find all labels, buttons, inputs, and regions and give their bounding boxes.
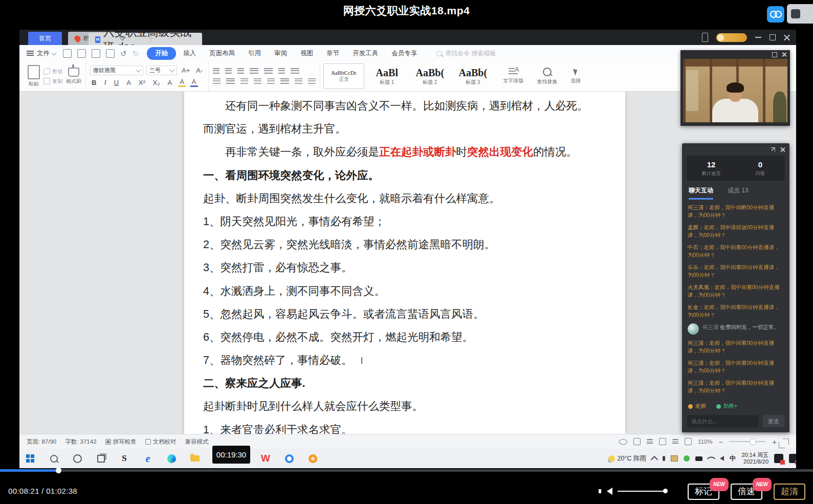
decrease-font-button[interactable]: A- (194, 67, 204, 74)
taskbar-edge-icon[interactable] (166, 453, 177, 464)
outdent-icon[interactable] (237, 68, 244, 74)
command-search[interactable]: 查找命令 搜索模板 (436, 49, 496, 58)
copy-button[interactable]: 复制 (43, 78, 62, 85)
style-card-2[interactable]: AaBb(标题 2 (409, 63, 450, 89)
align-left-icon[interactable] (213, 78, 221, 84)
volume-slider[interactable] (618, 491, 665, 492)
chat-input[interactable]: 说点什么… (687, 415, 759, 427)
direction-icon[interactable] (278, 68, 285, 74)
menu-tab-4[interactable]: 审阅 (268, 48, 293, 59)
eye-protect-icon[interactable] (619, 439, 627, 445)
bullets-icon[interactable] (213, 68, 219, 74)
chat-tab-1[interactable]: 成员 13 (728, 186, 749, 200)
zoom-level-value[interactable]: 110% (698, 439, 713, 445)
taskbar-cortana-icon[interactable] (72, 453, 83, 464)
menu-tab-1[interactable]: 插入 (177, 48, 202, 59)
edit-mode-icon[interactable] (685, 438, 692, 445)
weather-widget[interactable]: 20°C 阵雨 (608, 454, 646, 463)
player-button-0[interactable]: 标记NEW (688, 484, 719, 500)
screenshot-tool-icon[interactable] (671, 455, 678, 462)
zoom-slider-knob[interactable] (750, 439, 756, 445)
zoom-out-button[interactable]: − (718, 437, 723, 446)
chat-message-list[interactable]: 何三清：老师，我中间断00分钟直播课，为00分钟？孟辉：老师，我申请回放00分钟… (682, 200, 789, 400)
minimize-button[interactable] (755, 37, 761, 38)
increase-font-button[interactable]: A+ (180, 67, 191, 74)
document-page[interactable]: 还有同一种象测不同事吉凶含义不一样。比如测疾病，遇到棺材，人必死。而测官运，遇到… (184, 92, 625, 434)
seek-bar[interactable] (0, 469, 813, 472)
export-icon[interactable] (106, 49, 115, 58)
cut-button[interactable]: 剪切 (43, 68, 62, 75)
chat-tab-0[interactable]: 聊天互动 (689, 186, 713, 200)
menu-tab-3[interactable]: 引用 (242, 48, 267, 59)
line-spacing-icon[interactable] (280, 78, 289, 84)
close-icon[interactable] (780, 147, 785, 152)
send-button[interactable]: 发送 (763, 415, 784, 427)
ime-indicator[interactable]: 中 (730, 454, 736, 463)
player-button-1[interactable]: 倍速NEW (731, 484, 762, 500)
tray-expand-icon[interactable] (651, 455, 658, 463)
numbering-icon[interactable] (225, 68, 232, 74)
taskbar-apps-icon[interactable]: S (119, 453, 130, 464)
popout-icon[interactable] (772, 52, 777, 57)
menu-tab-8[interactable]: 会员专享 (385, 48, 423, 59)
seek-bar-knob[interactable] (56, 468, 61, 473)
notification-badge-icon-2[interactable] (789, 454, 796, 463)
style-card-0[interactable]: AaBbCcDc正文 (323, 63, 364, 89)
zoom-in-button[interactable]: + (772, 437, 777, 446)
sort-icon[interactable] (264, 68, 273, 74)
undo-icon[interactable]: ↺ (120, 50, 127, 57)
redo-icon[interactable]: ↻ (133, 50, 139, 57)
font-tool-8[interactable]: A (190, 78, 198, 87)
taskbar-search-icon[interactable] (48, 453, 59, 464)
style-card-1[interactable]: AaBl标题 1 (366, 63, 407, 89)
select-button[interactable]: 选择 (564, 68, 587, 84)
tray-dark-app-icon[interactable] (695, 456, 702, 461)
font-name-select[interactable]: 微软雅黑 (90, 65, 143, 75)
webcam-popup[interactable] (680, 50, 790, 126)
menu-tab-5[interactable]: 视图 (294, 48, 319, 59)
align-right-icon[interactable] (240, 78, 248, 84)
align-center-icon[interactable] (226, 78, 235, 84)
indent-icon[interactable] (250, 68, 258, 74)
font-size-select[interactable]: 三号 (146, 65, 177, 75)
drag-hint-panel[interactable] (787, 4, 813, 24)
format-painter-button[interactable]: 格式刷 (66, 68, 81, 85)
shading-icon[interactable] (295, 78, 302, 84)
microphone-icon[interactable] (663, 456, 665, 461)
mobile-sync-icon[interactable] (702, 33, 708, 42)
font-tool-4[interactable]: X² (137, 79, 147, 86)
justify-icon[interactable] (254, 78, 261, 84)
tab-document[interactable]: H 六爻职业高级实战班.doc (89, 33, 202, 46)
close-icon[interactable] (782, 52, 786, 57)
paste-button[interactable]: 粘贴 (28, 65, 40, 87)
font-tool-1[interactable]: I (102, 78, 107, 86)
popout-icon[interactable] (771, 147, 775, 152)
font-tool-2[interactable]: U (113, 79, 120, 86)
taskbar-taskview-icon[interactable] (95, 453, 106, 464)
taskbar-wps-icon[interactable]: W (260, 453, 271, 464)
player-button-2[interactable]: 超清 (774, 484, 805, 500)
outline-view-icon[interactable] (647, 439, 653, 445)
taskbar-clock[interactable]: 20:14 周五 2021/8/20 (741, 452, 768, 465)
save-icon[interactable] (63, 49, 72, 58)
speaker-icon[interactable] (607, 488, 612, 495)
mark-icon[interactable] (291, 68, 299, 74)
floating-widget-icon[interactable] (767, 6, 784, 23)
close-button[interactable] (784, 34, 790, 40)
notification-badge-icon[interactable] (774, 454, 783, 463)
taskbar-start-icon[interactable] (25, 453, 36, 464)
menu-file[interactable]: 文件 (37, 49, 56, 58)
taskbar-ie-icon[interactable]: e (142, 453, 153, 464)
web-layout-icon[interactable] (659, 438, 666, 445)
new-tab-button[interactable] (148, 35, 155, 41)
volume-icon[interactable] (720, 456, 724, 461)
find-button[interactable]: 查找替换 (530, 68, 564, 85)
tab-home[interactable]: 首页 (28, 32, 62, 45)
font-tool-0[interactable]: B (90, 79, 98, 86)
status-item-2[interactable]: 拼写检查 (105, 438, 137, 446)
menu-tab-2[interactable]: 页面布局 (203, 48, 241, 59)
taskbar-folder-icon[interactable] (189, 453, 201, 464)
maximize-button[interactable] (770, 34, 776, 40)
font-tool-3[interactable]: A (125, 79, 133, 86)
borders-icon[interactable] (308, 78, 316, 84)
